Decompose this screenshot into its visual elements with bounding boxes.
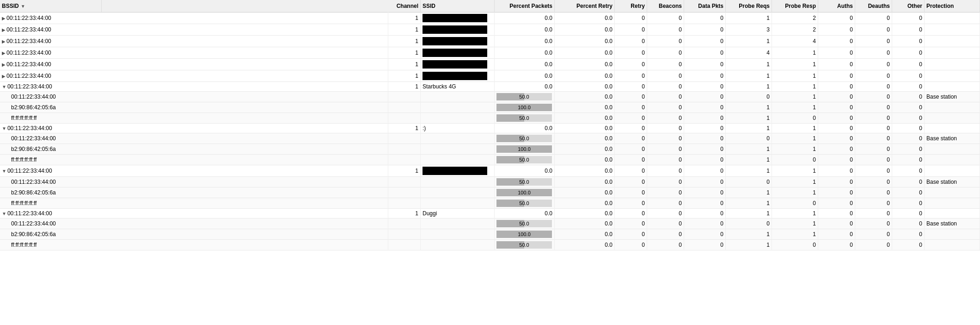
channel-cell [388,188,421,198]
expand-icon[interactable]: ▶ [2,74,6,79]
pct-packets-cell: 0.0 [495,124,555,133]
bssid-text: 00:11:22:33:44:00 [6,26,51,33]
col-header-pct-retry[interactable]: Percent Retry [555,0,615,12]
col-header-data-pkts[interactable]: Data Pkts [684,0,726,12]
col-header-beacons[interactable]: Beacons [647,0,684,12]
pct-retry-cell: 0.0 [555,70,615,82]
channel-cell: 1 [388,59,421,70]
bssid-cell: ▶00:11:22:33:44:00 [0,24,388,36]
col-header-retry[interactable]: Retry [615,0,647,12]
channel-cell [388,92,421,102]
bssid-text: b2:90:86:42:05:6a [11,146,56,152]
protection-cell [925,165,980,177]
expand-icon[interactable]: ▼ [2,84,6,89]
table-row: ▶00:11:22:33:44:0010.00.000041000 [0,47,980,59]
pct-retry-cell: 0.0 [555,155,615,165]
table-body: ▶00:11:22:33:44:0010.00.000012000▶00:11:… [0,12,980,250]
auths-cell: 0 [818,177,855,188]
expand-icon[interactable]: ▼ [2,211,6,216]
pct-packets-cell: 0.0 [495,12,555,24]
beacons-cell: 0 [647,198,684,209]
protection-cell: Base station [925,177,980,188]
table-row: b2:90:86:42:05:6a100.00.000011000 [0,144,980,155]
table-header-row: BSSID ▼ Channel SSID Percent Packets Per… [0,0,980,12]
pct-retry-cell: 0.0 [555,188,615,198]
probe-resp-cell: 1 [772,102,818,113]
channel-cell: 1 [388,82,421,92]
col-header-bssid[interactable]: BSSID ▼ [0,0,102,12]
ssid-cell: :) [421,124,495,133]
beacons-cell: 0 [647,102,684,113]
channel-cell [388,155,421,165]
protection-cell [925,209,980,219]
protection-cell: Base station [925,219,980,229]
retry-cell: 0 [615,229,647,240]
data-pkts-cell: 0 [684,24,726,36]
col-header-protection[interactable]: Protection [925,0,980,12]
channel-cell [388,240,421,250]
pct-packets-cell: 100.0 [495,144,555,155]
col-header-deauths[interactable]: Deauths [855,0,892,12]
other-cell: 0 [892,102,925,113]
deauths-cell: 0 [855,24,892,36]
data-pkts-cell: 0 [684,124,726,133]
col-header-probe-resp[interactable]: Probe Resp [772,0,818,12]
col-header-other[interactable]: Other [892,0,925,12]
pct-packets-cell: 0.0 [495,165,555,177]
expand-icon[interactable]: ▶ [2,16,6,21]
other-cell: 0 [892,36,925,47]
expand-icon[interactable]: ▼ [2,126,6,131]
ssid-cell [421,177,495,188]
deauths-cell: 0 [855,113,892,124]
bssid-cell: ▶00:11:22:33:44:00 [0,70,388,82]
probe-reqs-cell: 3 [726,24,772,36]
col-header-pct-packets[interactable]: Percent Packets [495,0,555,12]
table-row: ff:ff:ff:ff:ff:ff50.00.000010000 [0,198,980,209]
auths-cell: 0 [818,82,855,92]
pct-packets-cell: 100.0 [495,188,555,198]
auths-cell: 0 [818,70,855,82]
ssid-cell [421,188,495,198]
col-header-probe-reqs[interactable]: Probe Reqs [726,0,772,12]
beacons-cell: 0 [647,219,684,229]
expand-icon[interactable]: ▶ [2,27,6,32]
ssid-redacted [423,72,487,80]
retry-cell: 0 [615,82,647,92]
ssid-redacted [423,37,487,45]
probe-resp-cell: 1 [772,133,818,144]
channel-cell [388,219,421,229]
deauths-cell: 0 [855,59,892,70]
bssid-cell: 00:11:22:33:44:00 [0,177,388,188]
probe-reqs-cell: 1 [726,124,772,133]
ssid-cell [421,240,495,250]
col-header-auths[interactable]: Auths [818,0,855,12]
data-pkts-cell: 0 [684,177,726,188]
data-pkts-cell: 0 [684,155,726,165]
bssid-cell: ff:ff:ff:ff:ff:ff [0,113,388,124]
expand-icon[interactable]: ▼ [2,169,6,174]
beacons-cell: 0 [647,177,684,188]
retry-cell: 0 [615,209,647,219]
table-row: ▶00:11:22:33:44:0010.00.000012000 [0,12,980,24]
data-pkts-cell: 0 [684,82,726,92]
col-header-ssid[interactable]: SSID [421,0,495,12]
protection-cell [925,113,980,124]
probe-reqs-cell: 1 [726,36,772,47]
deauths-cell: 0 [855,47,892,59]
expand-icon[interactable]: ▶ [2,62,6,67]
pct-packets-cell: 0.0 [495,70,555,82]
data-pkts-cell: 0 [684,188,726,198]
expand-icon[interactable]: ▶ [2,50,6,56]
ssid-cell [421,198,495,209]
table-row: ▼00:11:22:33:44:0010.00.000011000 [0,165,980,177]
sort-icon[interactable]: ▼ [21,4,25,9]
deauths-cell: 0 [855,240,892,250]
col-header-channel[interactable]: Channel [388,0,421,12]
probe-resp-cell: 0 [772,113,818,124]
ssid-cell [421,219,495,229]
other-cell: 0 [892,219,925,229]
probe-reqs-cell: 1 [726,70,772,82]
bssid-text: 00:11:22:33:44:00 [11,135,56,142]
expand-icon[interactable]: ▶ [2,39,6,44]
deauths-cell: 0 [855,219,892,229]
